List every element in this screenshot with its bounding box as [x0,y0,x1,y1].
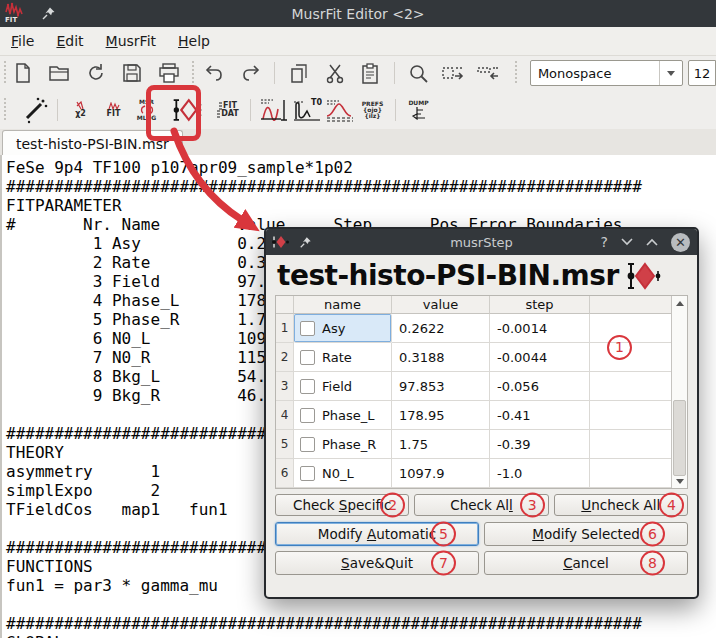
fit-dat-icon[interactable]: FIT DAT [211,94,244,126]
find-previous-icon[interactable] [476,60,500,86]
modify-automatic-button[interactable]: Modify Automatic5 [275,522,479,546]
cell-name[interactable]: N0_L [294,459,392,488]
row-number: 6 [276,459,294,488]
table-header-row: name value step [276,296,687,314]
chevron-up-icon[interactable] [646,238,658,246]
cell-value[interactable]: 0.2622 [392,314,490,343]
undo-icon[interactable] [202,60,226,86]
cell-step[interactable]: -0.0014 [490,314,590,343]
find-next-icon[interactable] [441,60,465,86]
toolbar-handle[interactable] [3,98,9,122]
dump-icon[interactable]: DUMP [402,94,435,126]
modify-selected-button[interactable]: Modify Selected6 [484,522,688,546]
chisq-label: χ2 [75,110,86,118]
prefs-icon[interactable]: PREFS {ojo} {ilz} [356,94,389,126]
annotation-circle-8: 8 [640,551,665,576]
button-label: Check All [450,497,513,513]
toolbar-handle[interactable] [191,61,196,85]
menu-item-file[interactable]: File [0,30,45,52]
font-family-select[interactable]: Monospace [530,60,683,86]
close-button[interactable]: ✕ [671,233,690,252]
cell-step[interactable]: -0.056 [490,372,590,401]
row-number: 2 [276,343,294,372]
cut-icon[interactable] [323,60,347,86]
uncheck-all-button[interactable]: Uncheck All4 [554,494,688,516]
row-checkbox[interactable] [300,379,315,394]
dialog-titlebar: musrStep ? ✕ [266,229,697,255]
save-quit-button[interactable]: Save&Quit7 [275,551,479,575]
vertical-scrollbar[interactable] [671,296,687,488]
row-checkbox[interactable] [300,350,315,365]
cell-step[interactable]: -0.39 [490,430,590,459]
cell-filler [590,459,672,488]
toolbar-handle[interactable] [3,61,8,85]
cell-name[interactable]: Phase_R [294,430,392,459]
cell-name[interactable]: Field [294,372,392,401]
scroll-up-button[interactable] [672,296,687,310]
check-specific-button[interactable]: Check Specific2 [275,494,409,516]
toolbar-separator [57,99,58,121]
svg-text:T0: T0 [311,98,322,107]
cell-filler [590,372,672,401]
cell-name[interactable]: Rate [294,343,392,372]
tab-label: test-histo-PSI-BIN.msr [16,136,169,152]
check-all-button[interactable]: Check All3 [414,494,548,516]
column-header-step[interactable]: step [490,296,590,314]
cell-step[interactable]: -0.0044 [490,343,590,372]
swap-plot-icon[interactable] [257,94,290,126]
toolbar-separator [274,62,275,84]
cell-step[interactable]: -0.41 [490,401,590,430]
column-header-value[interactable]: value [392,296,490,314]
annotation-circle-4: 4 [659,493,684,518]
scrollbar-thumb[interactable] [673,400,686,476]
cell-step[interactable]: -1.0 [490,459,590,488]
combo-dropdown-button[interactable] [659,61,682,85]
row-checkbox[interactable] [300,321,315,336]
cell-value[interactable]: 1.75 [392,430,490,459]
cell-name[interactable]: Phase_L [294,401,392,430]
fit-icon[interactable]: FIT [97,94,130,126]
fourier-icon[interactable] [323,94,356,126]
chevron-down-icon[interactable] [621,238,633,246]
param-name: Phase_L [322,408,375,423]
cell-value[interactable]: 0.3188 [392,343,490,372]
copy-icon[interactable] [287,60,311,86]
toolbar-separator [250,99,251,121]
reload-icon[interactable] [84,60,108,86]
table-row: 6N0_L1097.9-1.0 [276,459,687,488]
msr-wizard-icon[interactable] [18,94,51,126]
musr-step-icon [625,260,661,292]
save-icon[interactable] [120,60,144,86]
scroll-down-button[interactable] [672,474,687,488]
row-checkbox[interactable] [300,408,315,423]
cell-value[interactable]: 178.95 [392,401,490,430]
find-icon[interactable] [407,60,431,86]
t0-icon[interactable]: T0 [290,94,323,126]
chevron-down-icon [667,71,675,76]
cancel-button[interactable]: Cancel8 [484,551,688,575]
chisq-icon[interactable]: χ2 [64,94,97,126]
menu-item-help[interactable]: Help [167,30,221,52]
print-icon[interactable] [157,60,181,86]
paste-icon[interactable] [358,60,382,86]
toolbar-handle[interactable] [514,61,519,85]
param-name: Phase_R [322,437,376,452]
redo-icon[interactable] [239,60,263,86]
button-label: Save&Quit [341,555,413,571]
row-checkbox[interactable] [300,466,315,481]
column-header-name[interactable]: name [294,296,392,314]
cell-value[interactable]: 1097.9 [392,459,490,488]
help-button[interactable]: ? [601,234,608,250]
param-name: Field [322,379,352,394]
menu-item-musrfit[interactable]: MusrFit [95,30,167,52]
new-file-icon[interactable] [11,60,35,86]
cell-value[interactable]: 97.853 [392,372,490,401]
window-title: MusrFit Editor <2> [0,6,716,22]
open-file-icon[interactable] [47,60,71,86]
dialog-heading: test-histo-PSI-BIN.msr [277,259,619,292]
font-size-spinner[interactable]: 12 [688,60,716,86]
cell-name[interactable]: Asy [294,314,392,343]
menu-item-edit[interactable]: Edit [45,30,94,52]
cell-filler [590,430,672,459]
row-checkbox[interactable] [300,437,315,452]
